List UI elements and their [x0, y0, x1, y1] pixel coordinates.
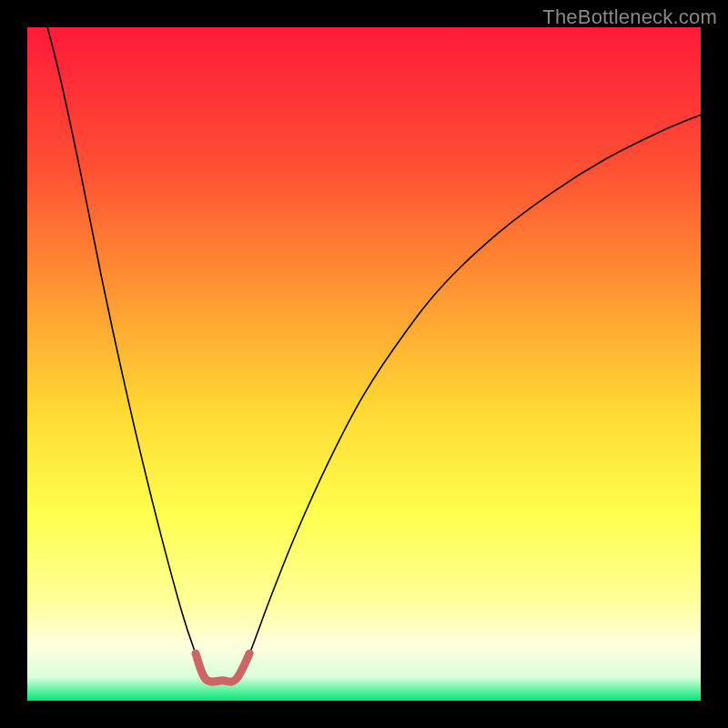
- chart-frame: TheBottleneck.com: [0, 0, 728, 728]
- chart-svg: [27, 27, 701, 701]
- gradient-background: [27, 27, 701, 701]
- plot-area: [27, 27, 701, 701]
- watermark-text: TheBottleneck.com: [542, 5, 717, 29]
